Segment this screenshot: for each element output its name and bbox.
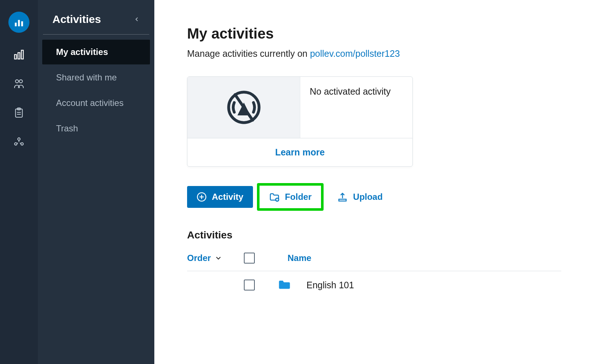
team-icon <box>13 136 25 148</box>
card-status-text: No activated activity <box>300 77 412 138</box>
svg-rect-2 <box>21 21 23 27</box>
collapse-sidebar-button[interactable] <box>134 15 140 24</box>
chevron-down-icon <box>214 254 222 262</box>
svg-line-17 <box>235 95 252 120</box>
rail-teams-icon[interactable] <box>12 135 26 149</box>
card-footer: Learn more <box>187 138 412 166</box>
list-row[interactable]: English 101 <box>187 271 561 299</box>
new-activity-button[interactable]: Activity <box>187 186 253 208</box>
column-order[interactable]: Order <box>187 253 231 263</box>
sidebar: Activities My activities Shared with me … <box>38 0 154 364</box>
plus-circle-icon <box>197 192 207 202</box>
learn-more-link[interactable]: Learn more <box>275 147 325 157</box>
svg-point-13 <box>15 143 17 145</box>
svg-point-7 <box>19 80 23 83</box>
upload-icon <box>337 191 348 202</box>
nav-account-activities[interactable]: Account activities <box>42 91 150 115</box>
svg-rect-1 <box>18 20 20 27</box>
app-logo[interactable] <box>8 12 29 33</box>
activities-section-title: Activities <box>187 229 561 241</box>
main-content: My activities Manage activities currentl… <box>154 0 594 364</box>
upload-button[interactable]: Upload <box>328 186 392 208</box>
bars-icon <box>13 49 25 60</box>
pollev-link[interactable]: pollev.com/pollster123 <box>310 48 400 59</box>
new-folder-button[interactable]: Folder <box>257 183 324 211</box>
broadcast-off-icon <box>224 87 264 127</box>
row-checkbox[interactable] <box>244 280 255 290</box>
new-activity-label: Activity <box>212 192 243 202</box>
card-top: No activated activity <box>187 77 412 138</box>
svg-rect-25 <box>339 199 346 201</box>
svg-rect-0 <box>15 23 17 26</box>
row-name: English 101 <box>306 280 354 290</box>
svg-point-6 <box>15 80 19 83</box>
activated-activity-card: No activated activity Learn more <box>187 76 413 167</box>
new-folder-label: Folder <box>285 192 312 202</box>
page-title: My activities <box>187 25 561 42</box>
svg-rect-3 <box>15 55 16 59</box>
nav-shared-with-me[interactable]: Shared with me <box>42 65 150 90</box>
svg-point-14 <box>21 143 23 145</box>
chevron-left-icon <box>134 15 140 24</box>
sidebar-title: Activities <box>52 13 101 25</box>
svg-point-12 <box>18 138 20 141</box>
column-name[interactable]: Name <box>288 253 311 263</box>
action-row: Activity Folder Upload <box>187 186 561 208</box>
bar-chart-logo-icon <box>13 17 24 28</box>
rail-activities-icon[interactable] <box>12 47 26 62</box>
nav-trash[interactable]: Trash <box>42 116 150 141</box>
svg-rect-5 <box>21 50 23 59</box>
nav-my-activities[interactable]: My activities <box>42 40 150 64</box>
list-header-row: Order Name <box>187 253 561 271</box>
folder-icon <box>277 278 290 292</box>
icon-rail <box>0 0 38 364</box>
select-all-checkbox[interactable] <box>244 253 255 264</box>
rail-people-icon[interactable] <box>12 76 26 91</box>
column-order-label: Order <box>187 253 211 263</box>
card-illustration <box>187 77 300 138</box>
clipboard-icon <box>13 107 25 119</box>
upload-label: Upload <box>353 192 383 202</box>
subtitle-prefix: Manage activities currently on <box>187 48 310 59</box>
page-subtitle: Manage activities currently on pollev.co… <box>187 48 561 59</box>
rail-reports-icon[interactable] <box>12 106 26 120</box>
people-icon <box>13 78 25 90</box>
folder-plus-icon <box>269 191 280 202</box>
sidebar-header: Activities <box>43 13 149 35</box>
svg-rect-4 <box>18 53 20 59</box>
